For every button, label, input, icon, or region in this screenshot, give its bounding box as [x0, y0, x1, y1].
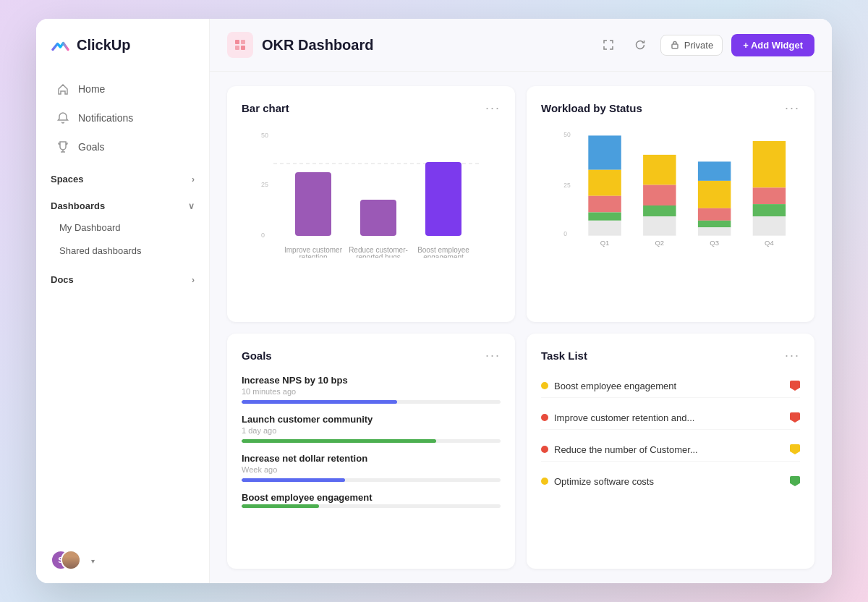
svg-text:reported bugs: reported bugs: [356, 253, 401, 258]
trophy-icon: [56, 140, 69, 153]
home-icon: [56, 82, 69, 96]
svg-rect-30: [643, 216, 676, 236]
workload-chart-area: 50 25 0 Q1: [541, 127, 800, 258]
goals-card: Goals ··· Increase NPS by 10 bps 10 minu…: [227, 334, 515, 569]
bar-chart-title: Bar chart: [242, 102, 289, 114]
svg-rect-33: [698, 181, 731, 208]
svg-rect-23: [588, 196, 621, 213]
task-item[interactable]: Optimize software costs: [541, 470, 800, 493]
refresh-icon: [634, 39, 646, 51]
workload-chart-header: Workload by Status ···: [541, 101, 800, 116]
dashboard-grid-icon: [233, 38, 247, 52]
topbar: OKR Dashboard: [210, 19, 832, 72]
private-badge[interactable]: Private: [660, 35, 723, 56]
sidebar-nav: Home Notifications Goals: [36, 68, 209, 538]
svg-text:Q4: Q4: [765, 239, 774, 247]
task-item[interactable]: Boost employee engagement: [541, 375, 800, 398]
avatar-group: S: [51, 550, 82, 572]
sidebar-item-home[interactable]: Home: [42, 75, 203, 103]
home-label: Home: [78, 83, 105, 95]
workload-chart-menu[interactable]: ···: [785, 101, 800, 116]
task-left: Optimize software costs: [541, 476, 654, 487]
svg-rect-21: [588, 135, 621, 169]
docs-label: Docs: [51, 274, 74, 285]
my-dashboard-label: My Dashboard: [59, 222, 121, 233]
goal-bar-track: [242, 439, 501, 443]
notifications-label: Notifications: [78, 112, 133, 124]
svg-text:50: 50: [261, 132, 268, 139]
svg-rect-39: [753, 187, 786, 204]
svg-rect-40: [753, 204, 786, 216]
sidebar-section-dashboards[interactable]: Dashboards ∨: [36, 189, 209, 216]
user-dropdown-arrow[interactable]: ▾: [91, 557, 95, 565]
svg-rect-9: [295, 172, 331, 236]
goal-name: Increase NPS by 10 bps: [242, 375, 501, 386]
bar-chart-header: Bar chart ···: [242, 101, 501, 116]
workload-chart-title: Workload by Status: [541, 102, 642, 114]
goal-item: Increase net dollar retention Week ago: [242, 453, 501, 482]
logo-text: ClickUp: [77, 37, 130, 54]
svg-text:engagement: engagement: [423, 253, 464, 258]
refresh-button[interactable]: [629, 33, 652, 56]
task-flag: [790, 444, 800, 454]
spaces-chevron: ›: [192, 174, 195, 185]
page-title: OKR Dashboard: [262, 37, 373, 54]
task-dot: [541, 414, 548, 421]
task-list-card-title: Task List: [541, 349, 587, 362]
bell-icon: [56, 111, 69, 124]
task-name: Reduce the number of Customer...: [554, 444, 698, 455]
task-list: Boost employee engagement Improve custom…: [541, 375, 800, 493]
main-content: OKR Dashboard: [210, 19, 832, 583]
svg-rect-32: [698, 161, 731, 181]
sidebar-section-spaces[interactable]: Spaces ›: [36, 162, 209, 189]
avatar-photo: [61, 550, 81, 570]
bar-chart-menu[interactable]: ···: [485, 101, 501, 116]
task-flag: [790, 412, 800, 423]
task-left: Boost employee engagement: [541, 381, 676, 391]
goal-name: Launch customer community: [242, 414, 501, 425]
dashboard-icon-box: [227, 32, 253, 58]
svg-rect-35: [698, 221, 731, 227]
sidebar-item-shared-dashboards[interactable]: Shared dashboards: [36, 239, 209, 262]
goal-bar-fill: [242, 478, 345, 482]
goals-card-header: Goals ···: [242, 348, 501, 363]
task-list-card-menu[interactable]: ···: [785, 348, 800, 363]
goal-bar-track: [242, 400, 501, 404]
dashboards-label: Dashboards: [51, 200, 105, 211]
goal-item: Increase NPS by 10 bps 10 minutes ago: [242, 375, 501, 404]
expand-button[interactable]: [597, 33, 620, 56]
svg-rect-22: [588, 170, 621, 196]
task-item[interactable]: Improve customer retention and...: [541, 407, 800, 430]
goal-time: 10 minutes ago: [242, 387, 501, 396]
lock-icon: [670, 40, 680, 50]
svg-rect-0: [235, 40, 239, 44]
sidebar: ClickUp Home Notifications: [36, 19, 210, 583]
sidebar-section-docs[interactable]: Docs ›: [36, 263, 209, 289]
logo: ClickUp: [36, 19, 209, 68]
sidebar-item-goals[interactable]: Goals: [42, 133, 203, 161]
goal-time: Week ago: [242, 465, 501, 474]
task-item[interactable]: Reduce the number of Customer...: [541, 438, 800, 462]
task-left: Reduce the number of Customer...: [541, 444, 698, 455]
task-dot: [541, 446, 548, 453]
expand-icon: [603, 39, 614, 51]
goal-item: Launch customer community 1 day ago: [242, 414, 501, 443]
sidebar-item-my-dashboard[interactable]: My Dashboard: [36, 216, 209, 239]
goals-card-menu[interactable]: ···: [485, 348, 501, 363]
svg-rect-15: [425, 162, 461, 236]
add-widget-button[interactable]: + Add Widget: [731, 34, 814, 56]
svg-rect-29: [643, 205, 676, 216]
dashboards-chevron: ∨: [188, 201, 195, 211]
topbar-left: OKR Dashboard: [227, 32, 373, 58]
svg-rect-2: [235, 46, 239, 50]
task-list-card: Task List ··· Boost employee engagement …: [527, 334, 814, 569]
goal-bar-track: [242, 504, 501, 508]
task-dot: [541, 478, 548, 485]
goals-card-title: Goals: [242, 349, 272, 362]
svg-text:Q1: Q1: [600, 239, 610, 247]
svg-text:Q3: Q3: [710, 239, 719, 247]
svg-rect-1: [241, 40, 245, 44]
svg-text:retention: retention: [299, 253, 328, 258]
task-dot: [541, 382, 548, 389]
sidebar-item-notifications[interactable]: Notifications: [42, 104, 203, 132]
